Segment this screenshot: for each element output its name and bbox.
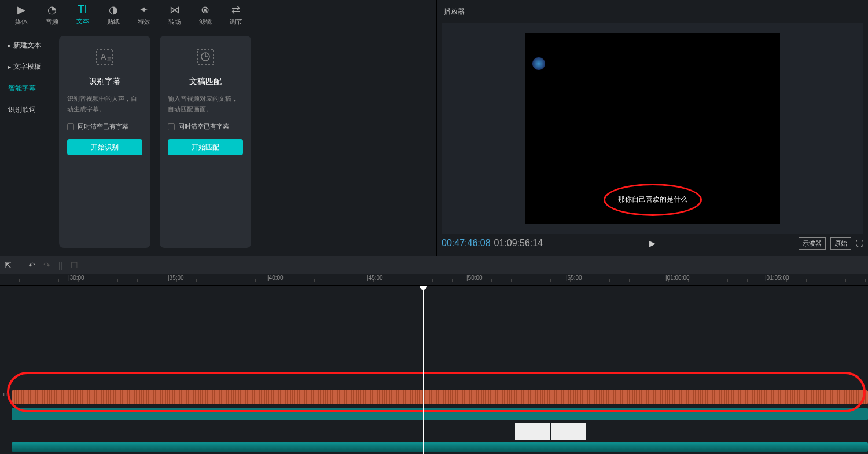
ruler-tick: |45:00 (367, 274, 383, 281)
timeline-tracks[interactable]: TI (0, 286, 868, 454)
text-icon: TI (78, 3, 87, 16)
audio-track[interactable] (12, 442, 868, 452)
video-logo-icon (532, 57, 545, 70)
pointer-tool-icon[interactable]: ⇱ (5, 261, 12, 270)
top-tabs: ▶媒体 ◔音频 TI文本 ◑贴纸 ✦特效 ⋈转场 ⊗滤镜 ⇄调节 (0, 0, 436, 29)
current-time: 00:47:46:08 (442, 238, 491, 248)
effects-icon: ✦ (139, 3, 148, 16)
playhead-handle-icon[interactable] (420, 286, 427, 290)
script-match-icon (194, 45, 217, 68)
tab-audio[interactable]: ◔音频 (36, 0, 67, 29)
card-desc: 输入音视频对应的文稿，自动匹配画面。 (168, 94, 243, 114)
checkbox-icon (67, 123, 74, 130)
tab-text[interactable]: TI文本 (67, 0, 98, 29)
ruler-tick: |30:00 (68, 274, 84, 281)
split-tool-icon[interactable]: ‖ (58, 261, 62, 270)
card-checkbox-clear[interactable]: 同时清空已有字幕 (168, 122, 243, 131)
filter-icon: ⊗ (201, 3, 209, 16)
card-desc: 识别音视频中的人声，自动生成字幕。 (67, 94, 142, 114)
svg-text:三: 三 (107, 57, 112, 62)
sidebar-item-new-text[interactable]: ▸新建文本 (0, 35, 52, 56)
crop-tool-icon[interactable]: ☐ (71, 261, 78, 270)
player-stage: 那你自己喜欢的是什么 (442, 23, 863, 234)
thumbnail (515, 423, 550, 440)
sidebar-item-text-template[interactable]: ▸文字模板 (0, 56, 52, 78)
original-button[interactable]: 原始 (830, 237, 851, 250)
tab-sticker[interactable]: ◑贴纸 (98, 0, 128, 29)
transition-icon: ⋈ (170, 3, 180, 16)
video-preview[interactable]: 那你自己喜欢的是什么 (525, 33, 780, 224)
tab-media[interactable]: ▶媒体 (6, 0, 36, 29)
checkbox-icon (168, 123, 175, 130)
sticker-icon: ◑ (109, 3, 118, 16)
svg-text:A: A (101, 52, 106, 61)
thumbnail-track[interactable] (12, 423, 868, 440)
video-track[interactable] (12, 408, 868, 420)
preview-subtitle: 那你自己喜欢的是什么 (618, 195, 687, 204)
side-menu: ▸新建文本 ▸文字模板 智能字幕 识别歌词 (0, 29, 52, 255)
ruler-tick: |55:00 (566, 274, 582, 281)
timeline-toolbar: ⇱ ↶ ↷ ‖ ☐ (0, 256, 868, 274)
thumbnail (551, 423, 586, 440)
tab-transition[interactable]: ⋈转场 (159, 0, 190, 29)
ruler-tick: |50:00 (466, 274, 483, 281)
undo-button[interactable]: ↶ (28, 261, 35, 270)
card-recognize-subtitle: A三 识别字幕 识别音视频中的人声，自动生成字幕。 同时清空已有字幕 开始识别 (59, 36, 150, 248)
oscilloscope-button[interactable]: 示波器 (799, 237, 826, 250)
card-title: 识别字幕 (89, 76, 121, 87)
adjust-icon: ⇄ (231, 3, 240, 16)
caret-icon: ▸ (8, 64, 11, 70)
timeline-ruler[interactable]: |30:00 |35:00 |40:00 |45:00 |50:00 |55:0… (0, 274, 868, 286)
ruler-tick: |01:00:00 (665, 274, 690, 281)
tab-effects[interactable]: ✦特效 (128, 0, 159, 29)
start-match-button[interactable]: 开始匹配 (168, 139, 243, 155)
card-title: 文稿匹配 (189, 76, 222, 87)
track-marker-icon: TI (2, 391, 7, 397)
caret-icon: ▸ (8, 42, 11, 49)
player-title: 播放器 (442, 3, 863, 23)
sidebar-item-lyrics[interactable]: 识别歌词 (0, 99, 52, 120)
ruler-tick: |35:00 (168, 274, 184, 281)
redo-button[interactable]: ↷ (43, 261, 50, 270)
playhead[interactable] (423, 286, 424, 454)
tab-adjust[interactable]: ⇄调节 (220, 0, 251, 29)
total-time: 01:09:56:14 (494, 238, 543, 248)
media-icon: ▶ (17, 3, 25, 16)
sidebar-item-smart-subtitle[interactable]: 智能字幕 (0, 78, 52, 99)
card-match-script: 文稿匹配 输入音视频对应的文稿，自动匹配画面。 同时清空已有字幕 开始匹配 (160, 36, 251, 248)
card-checkbox-clear[interactable]: 同时清空已有字幕 (67, 122, 142, 131)
start-recognize-button[interactable]: 开始识别 (67, 139, 142, 155)
tab-filter[interactable]: ⊗滤镜 (190, 0, 220, 29)
subtitle-recognize-icon: A三 (93, 45, 116, 68)
subtitle-track[interactable] (12, 390, 868, 404)
ruler-tick: |40:00 (267, 274, 284, 281)
fullscreen-icon[interactable]: ⛶ (856, 239, 863, 248)
ruler-tick: |01:05:00 (765, 274, 789, 281)
play-button[interactable]: ▶ (649, 239, 656, 248)
audio-icon: ◔ (47, 3, 57, 16)
